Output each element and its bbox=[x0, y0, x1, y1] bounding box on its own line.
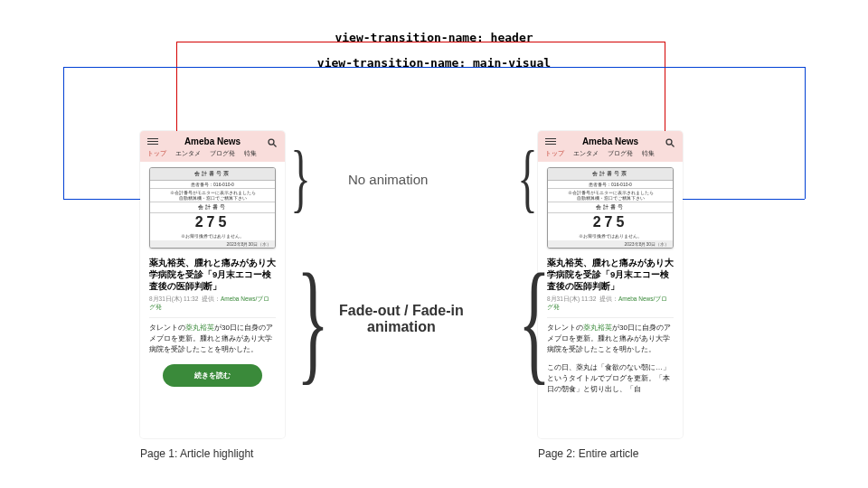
hamburger-icon[interactable] bbox=[545, 137, 556, 146]
svg-line-3 bbox=[672, 144, 675, 146]
brand-title: Ameba News bbox=[582, 136, 638, 146]
ticket-note: ※お薬引換券ではありません。 bbox=[548, 231, 673, 240]
nav-tabs[interactable]: トップ エンタメ ブログ発 特集 bbox=[147, 149, 278, 158]
tab-feature[interactable]: 特集 bbox=[642, 149, 655, 158]
caption-page1: Page 1: Article highlight bbox=[140, 447, 253, 460]
ticket-instructions: ※会計番号がモニターに表示されましたら 自動精算機・窓口でご精算下さい bbox=[548, 189, 673, 202]
tab-blog[interactable]: ブログ発 bbox=[608, 149, 633, 158]
article-meta: 8月31日(木) 11:32 提供：Ameba News/ブログ発 bbox=[149, 296, 276, 312]
connector-blue bbox=[63, 67, 805, 68]
page2-article-body: 薬丸裕英、腫れと痛みがあり大学病院を受診「9月末エコー検査後の医師判断」 8月3… bbox=[538, 258, 683, 395]
tab-entame[interactable]: エンタメ bbox=[573, 149, 599, 158]
read-more-button[interactable]: 続きを読む bbox=[163, 364, 262, 387]
ticket-head: 会計番号票 bbox=[548, 168, 673, 181]
page1-phone: Ameba News トップ エンタメ ブログ発 特集 会計番号票 患者番号：0… bbox=[140, 131, 285, 438]
para1-keyword: 薬丸裕英 bbox=[185, 324, 214, 332]
svg-point-0 bbox=[269, 139, 274, 145]
para1-a: タレントの bbox=[149, 324, 185, 332]
svg-point-2 bbox=[666, 139, 672, 145]
article-date: 8月31日(木) 11:32 bbox=[149, 296, 198, 302]
page2-main-visual: 会計番号票 患者番号：016-010-0 ※会計番号がモニターに表示されましたら… bbox=[538, 162, 683, 254]
tab-feature[interactable]: 特集 bbox=[244, 149, 257, 158]
article-date: 8月31日(木) 11:32 bbox=[547, 296, 596, 302]
article-para2: この日、薬丸は「食欲のない朝に…」というタイトルでブログを更新。「本日の朝食」と… bbox=[547, 362, 674, 395]
ticket-number: 275 bbox=[548, 213, 673, 231]
article-headline: 薬丸裕英、腫れと痛みがあり大学病院を受診「9月末エコー検査後の医師判断」 bbox=[149, 258, 276, 292]
svg-line-1 bbox=[274, 144, 277, 146]
connector-blue-left-v bbox=[63, 67, 64, 199]
annotation-fade: Fade-out / Fade-in animation bbox=[339, 303, 464, 335]
search-icon[interactable] bbox=[665, 137, 675, 146]
ticket-head: 会計番号票 bbox=[150, 168, 275, 181]
divider bbox=[149, 317, 276, 318]
connector-red bbox=[176, 42, 665, 42]
article-meta: 8月31日(木) 11:32 提供：Ameba News/ブログ発 bbox=[547, 296, 674, 312]
article-para1: タレントの薬丸裕英が30日に自身のアメブロを更新。腫れと痛みがあり大学病院を受診… bbox=[547, 323, 674, 355]
ticket-number: 275 bbox=[150, 213, 275, 231]
brace-mid-left: } bbox=[297, 253, 329, 389]
ticket-patientno: 患者番号：016-010-0 bbox=[150, 181, 275, 189]
connector-red-left bbox=[176, 42, 177, 136]
provider-label: 提供： bbox=[202, 296, 221, 302]
brand-title: Ameba News bbox=[184, 136, 241, 146]
brace-top-right: { bbox=[517, 139, 537, 216]
tab-top[interactable]: トップ bbox=[545, 149, 564, 158]
connector-red-right bbox=[665, 42, 665, 136]
hamburger-icon[interactable] bbox=[147, 137, 158, 146]
ticket-instructions: ※会計番号がモニターに表示されましたら 自動精算機・窓口でご精算下さい bbox=[150, 189, 275, 202]
ticket-date: 2023年8月30日（水） bbox=[548, 240, 673, 248]
divider bbox=[547, 317, 674, 318]
nav-tabs[interactable]: トップ エンタメ ブログ発 特集 bbox=[545, 149, 675, 158]
tab-blog[interactable]: ブログ発 bbox=[210, 149, 235, 158]
annotation-no-animation: No animation bbox=[348, 172, 428, 187]
ticket-date: 2023年8月30日（水） bbox=[150, 240, 275, 248]
ticket-image: 会計番号票 患者番号：016-010-0 ※会計番号がモニターに表示されましたら… bbox=[149, 167, 276, 249]
caption-page2: Page 2: Entire article bbox=[538, 447, 638, 460]
search-icon[interactable] bbox=[267, 137, 278, 146]
ticket-numlabel: 会計番号 bbox=[548, 202, 673, 213]
para1-a: タレントの bbox=[547, 324, 583, 332]
page2-header: Ameba News トップ エンタメ ブログ発 特集 bbox=[538, 131, 683, 162]
connector-blue-right-v bbox=[805, 67, 806, 199]
tab-top[interactable]: トップ bbox=[147, 149, 166, 158]
ticket-image: 会計番号票 患者番号：016-010-0 ※会計番号がモニターに表示されましたら… bbox=[547, 167, 674, 249]
page1-header: Ameba News トップ エンタメ ブログ発 特集 bbox=[140, 131, 285, 162]
page2-phone: Ameba News トップ エンタメ ブログ発 特集 会計番号票 患者番号：0… bbox=[538, 131, 683, 438]
connector-blue-left-h bbox=[63, 199, 140, 200]
connector-blue-right-h bbox=[683, 199, 805, 200]
page1-article-body: 薬丸裕英、腫れと痛みがあり大学病院を受診「9月末エコー検査後の医師判断」 8月3… bbox=[140, 258, 285, 387]
provider-label: 提供： bbox=[599, 296, 618, 302]
page1-main-visual: 会計番号票 患者番号：016-010-0 ※会計番号がモニターに表示されましたら… bbox=[140, 162, 285, 254]
ticket-patientno: 患者番号：016-010-0 bbox=[548, 181, 673, 189]
brace-mid-right: { bbox=[518, 253, 551, 389]
para1-keyword: 薬丸裕英 bbox=[583, 324, 612, 332]
ticket-note: ※お薬引換券ではありません。 bbox=[150, 231, 275, 240]
article-para1: タレントの薬丸裕英が30日に自身のアメブロを更新。腫れと痛みがあり大学病院を受診… bbox=[149, 323, 276, 355]
brace-top-left: } bbox=[290, 139, 310, 216]
article-headline: 薬丸裕英、腫れと痛みがあり大学病院を受診「9月末エコー検査後の医師判断」 bbox=[547, 258, 674, 292]
tab-entame[interactable]: エンタメ bbox=[175, 149, 201, 158]
ticket-numlabel: 会計番号 bbox=[150, 202, 275, 213]
